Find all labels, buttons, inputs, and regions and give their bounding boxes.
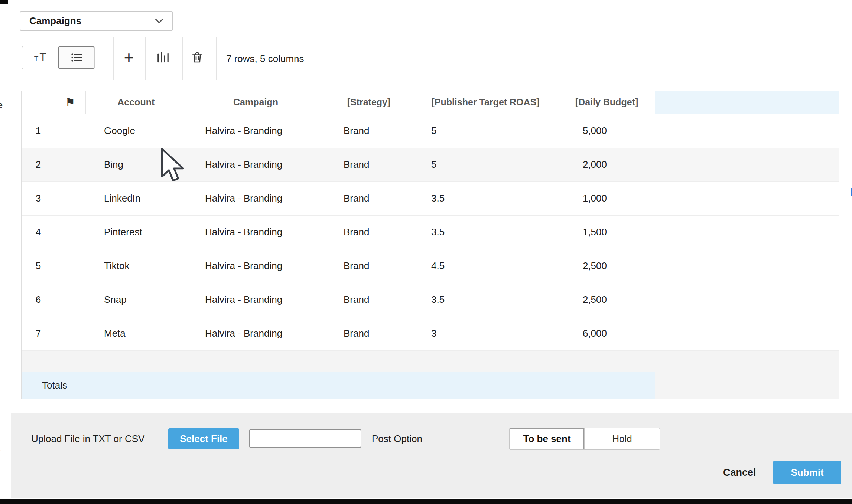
table-row[interactable]: 3 LinkedIn Halvira - Branding Brand 3.5 …: [22, 181, 839, 215]
header-row-number: [22, 91, 55, 114]
cell-account[interactable]: Pinterest: [85, 215, 186, 249]
cancel-button[interactable]: Cancel: [723, 461, 756, 484]
cell-strategy[interactable]: Brand: [325, 249, 413, 283]
cell-roas[interactable]: 3.5: [413, 283, 558, 317]
cell-budget[interactable]: 2,500: [558, 249, 655, 283]
list-mode-button[interactable]: [58, 46, 94, 69]
cell-flag[interactable]: [55, 148, 85, 181]
option-hold[interactable]: Hold: [584, 428, 660, 449]
table-row[interactable]: 1 Google Halvira - Branding Brand 5 5,00…: [22, 114, 839, 148]
toolbar-divider: [216, 37, 217, 80]
text-mode-icon: T: [34, 55, 39, 63]
cell-account[interactable]: Meta: [85, 317, 186, 350]
select-file-button[interactable]: Select File: [168, 428, 239, 449]
modal-footer: Upload File in TXT or CSV Select File Po…: [11, 413, 852, 498]
table-row[interactable]: 7 Meta Halvira - Branding Brand 3 6,000: [22, 317, 839, 350]
background-text-fragment: e: [0, 99, 5, 111]
cell-row-number: 5: [22, 249, 55, 283]
cell-extra: [655, 114, 839, 148]
screen-edge-artifact-bottom: [0, 499, 852, 504]
table-row[interactable]: 2 Bing Halvira - Branding Brand 5 2,000: [22, 148, 839, 181]
cell-extra: [655, 148, 839, 181]
cell-campaign[interactable]: Halvira - Branding: [186, 249, 325, 283]
cell-roas[interactable]: 3: [413, 317, 558, 350]
toolbar-divider: [113, 37, 114, 80]
table-header-row: ⚑ Account Campaign [Strategy] [Publisher…: [22, 91, 839, 114]
cell-roas[interactable]: 4.5: [413, 249, 558, 283]
cell-account[interactable]: Tiktok: [85, 249, 186, 283]
plus-icon: +: [124, 49, 134, 66]
cell-campaign[interactable]: Halvira - Branding: [186, 114, 325, 148]
cell-flag[interactable]: [55, 114, 85, 148]
flag-icon: ⚑: [65, 96, 75, 108]
header-account: Account: [85, 91, 186, 114]
table-row[interactable]: 6 Snap Halvira - Branding Brand 3.5 2,50…: [22, 283, 839, 317]
cell-budget[interactable]: 2,500: [558, 283, 655, 317]
cell-roas[interactable]: 5: [413, 114, 558, 148]
totals-label: Totals: [22, 372, 655, 399]
cell-campaign[interactable]: Halvira - Branding: [186, 317, 325, 350]
option-to-be-sent[interactable]: To be sent: [510, 428, 584, 449]
cell-campaign[interactable]: Halvira - Branding: [186, 181, 325, 215]
cell-budget[interactable]: 2,000: [558, 148, 655, 181]
entity-type-label: Campaigns: [29, 15, 156, 27]
cell-campaign[interactable]: Halvira - Branding: [186, 283, 325, 317]
cell-row-number: 3: [22, 181, 55, 215]
cell-campaign[interactable]: Halvira - Branding: [186, 148, 325, 181]
toolbar-top-divider: [11, 37, 852, 37]
campaigns-table: ⚑ Account Campaign [Strategy] [Publisher…: [21, 91, 839, 399]
cell-budget[interactable]: 5,000: [558, 114, 655, 148]
header-strategy: [Strategy]: [325, 91, 413, 114]
chevron-down-icon: [155, 16, 163, 23]
cell-account[interactable]: LinkedIn: [85, 181, 186, 215]
cell-roas[interactable]: 5: [413, 148, 558, 181]
cell-strategy[interactable]: Brand: [325, 114, 413, 148]
empty-strip-row: [22, 350, 839, 372]
cell-extra: [655, 283, 839, 317]
header-campaign: Campaign: [186, 91, 325, 114]
cell-campaign[interactable]: Halvira - Branding: [186, 215, 325, 249]
cell-roas[interactable]: 3.5: [413, 215, 558, 249]
cell-strategy[interactable]: Brand: [325, 283, 413, 317]
list-icon: [70, 51, 83, 64]
fragment-text: i: [0, 461, 1, 473]
cell-row-number: 1: [22, 114, 55, 148]
cell-flag[interactable]: [55, 215, 85, 249]
cell-strategy[interactable]: Brand: [325, 215, 413, 249]
cell-row-number: 6: [22, 283, 55, 317]
file-name-input[interactable]: [249, 429, 361, 448]
flag-column-header: ⚑: [55, 91, 85, 114]
cell-flag[interactable]: [55, 283, 85, 317]
text-mode-button[interactable]: TT: [22, 46, 58, 69]
trash-icon: [191, 51, 204, 64]
cell-flag[interactable]: [55, 317, 85, 350]
submit-button[interactable]: Submit: [773, 461, 841, 484]
table-row[interactable]: 5 Tiktok Halvira - Branding Brand 4.5 2,…: [22, 249, 839, 283]
cell-strategy[interactable]: Brand: [325, 181, 413, 215]
cell-row-number: 7: [22, 317, 55, 350]
text-mode-icon-big: T: [39, 51, 46, 64]
cell-budget[interactable]: 6,000: [558, 317, 655, 350]
toolbar-divider: [145, 37, 146, 80]
header-budget: [Daily Budget]: [558, 91, 655, 114]
cell-roas[interactable]: 3.5: [413, 181, 558, 215]
add-row-button[interactable]: +: [120, 49, 138, 66]
cell-account[interactable]: Snap: [85, 283, 186, 317]
table-row[interactable]: 4 Pinterest Halvira - Branding Brand 3.5…: [22, 215, 839, 249]
cell-row-number: 2: [22, 148, 55, 181]
cell-budget[interactable]: 1,000: [558, 181, 655, 215]
background-text-fragment: t: [0, 442, 5, 454]
rows-summary: 7 rows, 5 columns: [226, 37, 304, 80]
cell-flag[interactable]: [55, 181, 85, 215]
cell-budget[interactable]: 1,500: [558, 215, 655, 249]
cell-account[interactable]: Google: [85, 114, 186, 148]
cell-strategy[interactable]: Brand: [325, 148, 413, 181]
header-extra: [655, 91, 839, 114]
entity-type-dropdown[interactable]: Campaigns: [20, 11, 173, 31]
columns-button[interactable]: [154, 49, 172, 66]
cell-flag[interactable]: [55, 249, 85, 283]
cell-account[interactable]: Bing: [85, 148, 186, 181]
delete-button[interactable]: [188, 49, 206, 66]
cell-strategy[interactable]: Brand: [325, 317, 413, 350]
fragment-text: e: [0, 99, 3, 111]
